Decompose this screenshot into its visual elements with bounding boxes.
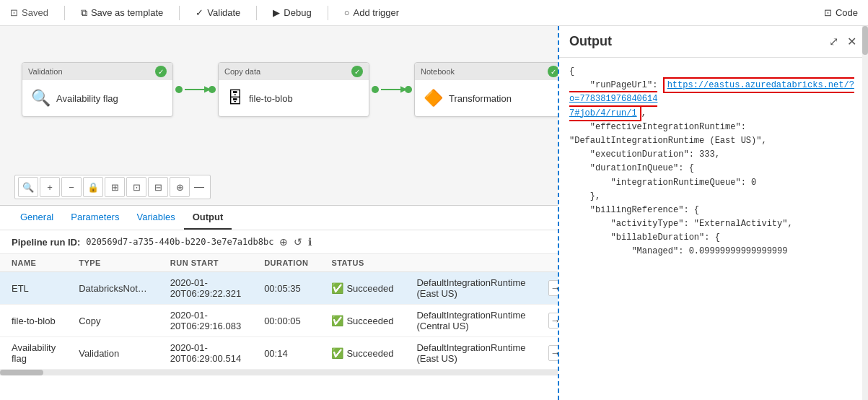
col-duration: DURATION <box>253 254 320 272</box>
saved-icon: ⊡ <box>10 7 18 18</box>
status-succeeded-2: ✅ Succeeded <box>331 315 393 326</box>
json-line-7: }, <box>569 190 858 204</box>
select-tool[interactable]: ⊡ <box>126 177 146 197</box>
validate-button[interactable]: ✓ Validate <box>191 4 245 21</box>
fit-tool[interactable]: ⊞ <box>105 177 125 197</box>
row-integration: DefaultIntegrationRuntime (East US) <box>405 272 537 305</box>
saved-label: Saved <box>22 7 48 18</box>
run-page-url-link[interactable]: https://eastus.azuredatabricks.net/?o=77… <box>569 80 854 118</box>
code-button[interactable]: ⊡ Code <box>820 4 862 21</box>
validate-label: Validate <box>207 7 240 18</box>
json-line-6: "integrationRuntimeQueue": 0 <box>569 176 858 190</box>
output-header: Output ⤢ ✕ <box>559 26 868 58</box>
connector-1 <box>173 86 218 93</box>
add-trigger-icon: ○ <box>344 7 350 18</box>
row-actions: →| |→ ∞ <box>537 272 558 305</box>
input-action-icon[interactable]: →| <box>548 280 558 296</box>
action-icons-3: →| |→ <box>548 345 558 361</box>
info-icon[interactable]: ℹ <box>308 236 312 248</box>
json-line-9: "activityType": "ExternalActivity", <box>569 217 858 231</box>
table-row[interactable]: Availability flag Validation 2020-01-20T… <box>0 337 558 370</box>
node-body-validation: 🔍 Availability flag <box>22 80 172 116</box>
node-status-copy: ✓ <box>351 66 363 77</box>
save-template-button[interactable]: ⧉ Save as template <box>76 4 167 22</box>
canvas-area[interactable]: Validation ✓ 🔍 Availability flag Copy da… <box>0 26 558 400</box>
runs-table-container[interactable]: NAME TYPE RUN START DURATION STATUS ETL <box>0 254 558 370</box>
tabs: General Parameters Variables Output <box>0 206 558 230</box>
pipeline-node-notebook[interactable]: Notebook ✓ 🔶 Transformation <box>414 62 558 117</box>
tab-output[interactable]: Output <box>184 206 232 230</box>
col-run-start: RUN START <box>159 254 253 272</box>
tab-parameters[interactable]: Parameters <box>62 206 128 230</box>
row-run-start: 2020-01-20T06:29:16.083 <box>159 305 253 337</box>
row-name: ETL <box>0 272 67 305</box>
tab-general[interactable]: General <box>12 206 62 230</box>
row-name: file-to-blob <box>0 305 67 337</box>
node-type-notebook: Notebook <box>421 67 455 76</box>
input-action-icon-3[interactable]: →| <box>548 345 558 361</box>
status-text-2: Succeeded <box>346 316 393 326</box>
input-action-icon-2[interactable]: →| <box>548 313 558 329</box>
search-tool[interactable]: 🔍 <box>18 177 38 197</box>
row-run-start-3: 2020-01-20T06:29:00.514 <box>159 337 253 370</box>
copy-id-icon[interactable]: ⊕ <box>279 236 288 248</box>
col-integration <box>405 254 537 272</box>
branch-tool[interactable]: ⊕ <box>170 177 190 197</box>
status-succeeded-3: ✅ Succeeded <box>331 347 393 359</box>
row-type-3: Validation <box>67 337 159 370</box>
node-type-copy: Copy data <box>224 67 260 76</box>
vertical-scrollbar[interactable] <box>862 26 868 400</box>
connector-dot-1 <box>175 86 183 93</box>
node-header-validation: Validation ✓ <box>22 63 172 80</box>
node-header-notebook: Notebook ✓ <box>415 63 558 80</box>
row-integration-2: DefaultIntegrationRuntime (Central US) <box>405 305 537 337</box>
saved-indicator: ⊡ Saved <box>6 4 53 21</box>
table-row[interactable]: file-to-blob Copy 2020-01-20T06:29:16.08… <box>0 305 558 337</box>
run-id-label: Pipeline run ID: <box>12 237 80 248</box>
pipeline-node-copy[interactable]: Copy data ✓ 🗄 file-to-blob <box>218 62 369 117</box>
pipeline-node-validation[interactable]: Validation ✓ 🔍 Availability flag <box>22 62 173 117</box>
run-info: Pipeline run ID: 020569d7-a735-440b-b220… <box>0 230 558 254</box>
add-trigger-button[interactable]: ○ Add trigger <box>340 4 403 21</box>
main-area: Validation ✓ 🔍 Availability flag Copy da… <box>0 26 868 400</box>
add-trigger-label: Add trigger <box>354 7 400 18</box>
expand-icon[interactable]: ⤢ <box>828 33 840 50</box>
row-type: Copy <box>67 305 159 337</box>
row-integration-3: DefaultIntegrationRuntime (East US) <box>405 337 537 370</box>
table-header-row: NAME TYPE RUN START DURATION STATUS <box>0 254 558 272</box>
table-row[interactable]: ETL DatabricksNot… 2020-01-20T06:29:22.3… <box>0 272 558 305</box>
arrange-tool[interactable]: ⊟ <box>148 177 168 197</box>
col-status: STATUS <box>320 254 405 272</box>
horizontal-scrollbar[interactable] <box>0 370 558 375</box>
row-duration: 00:00:05 <box>253 305 320 337</box>
lock-tool[interactable]: 🔒 <box>83 177 103 197</box>
tab-variables[interactable]: Variables <box>128 206 183 230</box>
connector-2 <box>369 86 414 93</box>
row-type: DatabricksNot… <box>67 272 159 305</box>
refresh-icon[interactable]: ↺ <box>294 236 302 248</box>
row-duration: 00:05:35 <box>253 272 320 305</box>
action-icons: →| |→ ∞ <box>548 280 558 296</box>
close-icon[interactable]: ✕ <box>846 33 858 50</box>
minus-tool[interactable]: − <box>61 177 82 197</box>
node-label-validation: Availability flag <box>56 93 118 104</box>
url-box[interactable]: https://eastus.azuredatabricks.net/?o=77… <box>569 77 854 121</box>
connector-line-1 <box>185 89 206 90</box>
row-status: ✅ Succeeded <box>320 305 405 337</box>
json-line-2: "runPageUrl": https://eastus.azuredatabr… <box>569 79 858 121</box>
json-line-5: "durationInQueue": { <box>569 162 858 175</box>
json-line-4: "executionDuration": 333, <box>569 148 858 162</box>
runs-table: NAME TYPE RUN START DURATION STATUS ETL <box>0 254 558 370</box>
connector-dot-3 <box>372 86 379 93</box>
status-check-icon: ✅ <box>331 282 343 294</box>
add-tool[interactable]: + <box>40 177 60 197</box>
canvas-toolbar: 🔍 + − 🔒 ⊞ ⊡ ⊟ ⊕ <box>14 175 211 199</box>
output-actions: ⤢ ✕ <box>828 33 858 50</box>
run-id-value: 020569d7-a735-440b-b220-3e7e7a1db8bc <box>86 237 273 247</box>
node-type-validation: Validation <box>28 67 63 76</box>
col-name: NAME <box>0 254 67 272</box>
node-header-copy: Copy data ✓ <box>219 63 369 80</box>
debug-button[interactable]: ▶ Debug <box>268 4 315 21</box>
save-template-icon: ⧉ <box>81 7 87 19</box>
output-content[interactable]: { "runPageUrl": https://eastus.azuredata… <box>559 58 868 400</box>
